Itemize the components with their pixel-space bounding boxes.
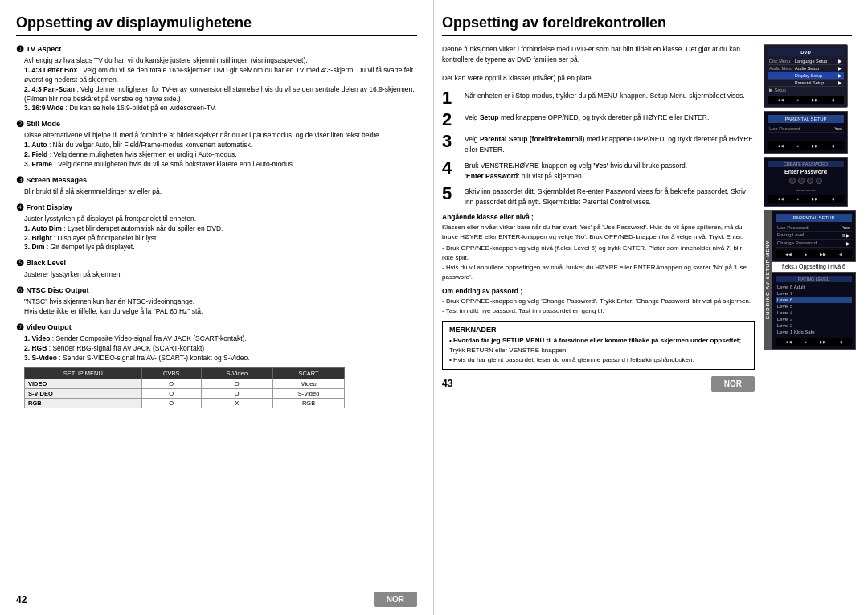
section-screen-messages: ❸ Screen Messages Blir brukt til å slå s…	[16, 175, 417, 197]
screen-enter-password: CREATE PASSWORD Enter Password — — — — ◀…	[764, 157, 848, 207]
still-sub3: 3. Frame : Velg denne muligheten hvis du…	[24, 160, 417, 170]
screen-rating-level: RATING LEVEL Level 8 Adult Level 7 Level…	[772, 272, 856, 350]
angaende-klasse-section: Angående klasse eller nivå ; Klassen ell…	[442, 213, 755, 282]
video-sub2: 2. RGB : Sender RBG-signal fra AV JACK (…	[24, 344, 417, 354]
right-page-inner: Denne funksjonen virker i forbindelse me…	[442, 44, 852, 607]
still-mode-heading: ❷ Still Mode	[16, 119, 417, 129]
step-5: 5 Skriv inn passordet ditt. Skjermbildet…	[442, 187, 755, 207]
right-nor-badge: NOR	[711, 376, 755, 392]
table-header-setup: SETUP MENU	[25, 367, 142, 379]
video-sub1: 1. Video : Sender Composite Video-signal…	[24, 334, 417, 344]
front-sub2: 2. Bright : Displayet på frontpanelet bl…	[24, 234, 417, 244]
section-black-level: ❺ Black Level Justerer lysstyrken på skj…	[16, 258, 417, 280]
left-page: Oppsetting av displaymulighetene ❶ TV As…	[0, 0, 434, 615]
front-sub1: 1. Auto Dim : Lyset blir dempet automati…	[24, 224, 417, 234]
still-sub2: 2. Field : Velg denne muligheten hvis sk…	[24, 150, 417, 160]
tv-aspect-sub3: 3. 16:9 Wide : Du kan se hele 16:9-bilde…	[24, 104, 417, 113]
om-endring-heading: Om endring av passord ;	[442, 287, 755, 295]
rating-row-adult: Level 8 Adult	[776, 284, 852, 290]
screen-setup-menu: DVD Disc Menu Language Setup ▶ Audio Men…	[764, 44, 848, 108]
screen-parental-setup: PARENTAL SETUP Use Password Yes ◀◀ ● ▶▶ …	[764, 111, 848, 154]
intro-text-1: Denne funksjonen virker i forbindelse me…	[442, 44, 755, 65]
screen-messages-heading: ❸ Screen Messages	[16, 175, 417, 186]
front-sub3: 3. Dim : Gir dempet lys på displayet.	[24, 243, 417, 252]
table-header-scart: SCART	[272, 367, 344, 379]
rating-row-4: Level 4	[776, 310, 852, 316]
section-still-mode: ❷ Still Mode Disse alternativene vil hje…	[16, 119, 417, 170]
angaende-heading: Angående klasse eller nivå ;	[442, 213, 755, 221]
section-tv-aspect: ❶ TV Aspect Avhengig av hva slags TV du …	[16, 44, 417, 113]
sidebar-label: ENDRING AV SETUP MENY	[764, 210, 772, 350]
tv-aspect-sub1: 1. 4:3 Letter Box : Velg om du vil se de…	[24, 66, 417, 85]
table-header-cvbs: CVBS	[141, 367, 201, 379]
section-front-display: ❹ Front Display Juster lysstyrken på dis…	[16, 203, 417, 253]
right-page-title: Oppsetting av foreldrekontrollen	[442, 14, 852, 36]
right-page: Oppsetting av foreldrekontrollen Denne f…	[434, 0, 868, 615]
tv-aspect-heading: ❶ TV Aspect	[16, 44, 417, 55]
black-level-heading: ❺ Black Level	[16, 258, 417, 269]
merknader-box: MERKNADER • Hvordan får jeg SETUP MENU t…	[442, 321, 755, 370]
left-nor-badge: NOR	[374, 592, 417, 607]
video-output-table: SETUP MENU CVBS S-Video SCART VIDEO O O …	[24, 367, 345, 408]
merknader-item-1: • Hvordan får jeg SETUP MENU til å forsv…	[449, 336, 747, 355]
table-row: VIDEO O O Video	[25, 379, 345, 388]
rating-row-2: Level 2	[776, 322, 852, 329]
video-sub3: 3. S-Video : Sender S-VIDEO-signal fra A…	[24, 354, 417, 363]
rating-row-7: Level 7	[776, 290, 852, 297]
screen-caption: f.eks.) Oppsetting i nivå 6	[772, 264, 856, 269]
section-video-output: ❼ Video Output 1. Video : Sender Composi…	[16, 322, 417, 408]
om-endring-section: Om endring av passord ; - Bruk OPP/NED-k…	[442, 287, 755, 316]
right-page-number: 43	[442, 378, 452, 389]
step-1: 1 Når enheten er i Stop-modus, trykker d…	[442, 91, 755, 107]
table-row: S-VIDEO O O S-Video	[25, 388, 345, 398]
tv-aspect-sub2: 2. 4:3 Pan-Scan : Velg denne muligheten …	[24, 85, 417, 105]
rating-row-5: Level 5	[776, 303, 852, 310]
step-4: 4 Bruk VENSTRE/HØYRE-knappen og velg 'Ye…	[442, 161, 755, 182]
left-page-number: 42	[16, 594, 27, 605]
step-2: 2 Velg Setup med knappene OPP/NED, og tr…	[442, 113, 755, 129]
still-sub1: 1. Auto : Når du velger Auto, blir Field…	[24, 141, 417, 150]
table-row: RGB O X RGB	[25, 398, 345, 408]
ntsc-heading: ❻ NTSC Disc Output	[16, 285, 417, 296]
merknader-item-2: • Hvis du har glemt passordet, leser du …	[449, 355, 747, 365]
tv-aspect-bullet: ❶	[16, 44, 24, 54]
step-3: 3 Velg Parental Setup (foreldrekontroll)…	[442, 134, 755, 155]
intro-text-2: Det kan være opptil 8 klasser (nivåer) p…	[442, 73, 755, 84]
merknader-title: MERKNADER	[449, 326, 747, 334]
table-header-svideo: S-Video	[201, 367, 272, 379]
section-ntsc: ❻ NTSC Disc Output "NTSC" hvis skjermen …	[16, 285, 417, 317]
screen-parental-setup-2: PARENTAL SETUP Use Password Yes Rating L…	[772, 210, 856, 262]
rating-row-6: Level 6	[776, 297, 852, 303]
left-page-title: Oppsetting av displaymulighetene	[16, 14, 417, 36]
rating-row-1: Level 1 Klds Safe	[776, 329, 852, 335]
front-display-heading: ❹ Front Display	[16, 203, 417, 213]
rating-row-3: Level 3	[776, 316, 852, 322]
tv-aspect-intro: Avhengig av hva slags TV du har, vil du …	[24, 56, 417, 66]
video-output-heading: ❼ Video Output	[16, 322, 417, 333]
